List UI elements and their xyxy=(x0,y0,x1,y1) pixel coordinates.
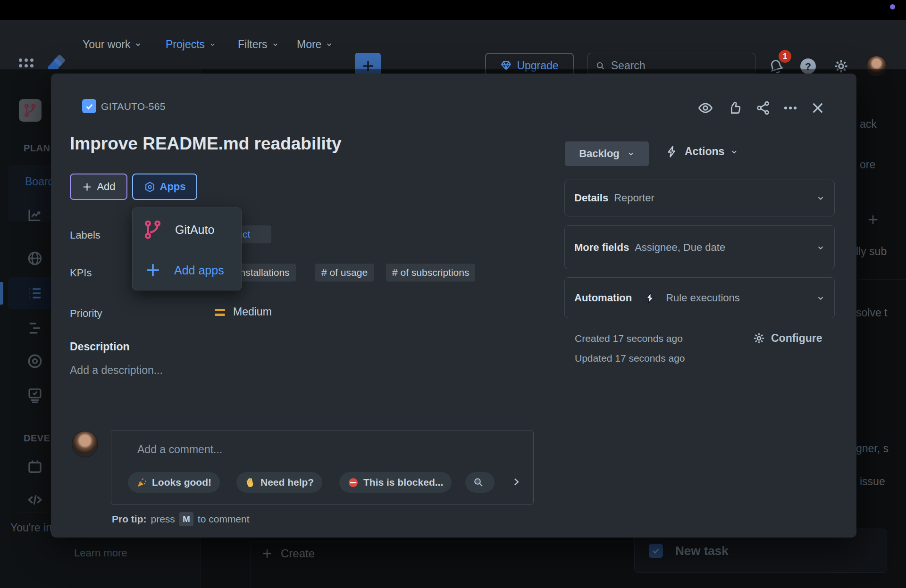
comment-placeholder[interactable]: Add a comment... xyxy=(137,443,222,456)
kpi-chip[interactable]: # of usage xyxy=(315,264,374,282)
quick-reply-label: Looks good! xyxy=(152,477,211,488)
chevron-right-icon xyxy=(511,476,522,488)
chevron-down-icon[interactable] xyxy=(816,243,825,252)
more-fields-subtitle: Assignee, Due date xyxy=(635,241,725,254)
pro-tip: Pro tip: press M to comment xyxy=(112,512,250,526)
automation-title: Automation xyxy=(574,292,632,304)
nav-projects[interactable]: Projects xyxy=(166,20,216,69)
issue-type-checkbox-icon[interactable] xyxy=(82,99,96,113)
party-popper-icon xyxy=(136,477,147,488)
apps-button[interactable]: Apps xyxy=(132,174,197,200)
watch-eye-icon[interactable] xyxy=(696,99,714,117)
chevron-down-icon[interactable] xyxy=(816,294,825,302)
nav-your-work-label: Your work xyxy=(83,38,130,51)
top-strip xyxy=(0,0,906,20)
quick-reply-scroll-right[interactable] xyxy=(511,476,522,488)
menu-item-add-apps-label: Add apps xyxy=(174,264,224,277)
automation-panel[interactable]: Automation Rule executions xyxy=(564,277,835,318)
quick-reply-blocked[interactable]: This is blocked... xyxy=(339,472,452,493)
description-heading: Description xyxy=(70,340,130,353)
priority-medium-icon xyxy=(215,309,225,316)
nav-filters-label: Filters xyxy=(238,38,268,51)
details-panel[interactable]: Details Reporter xyxy=(564,180,835,216)
plus-icon xyxy=(144,261,162,279)
actions-button[interactable]: Actions xyxy=(666,145,738,158)
share-icon[interactable] xyxy=(754,99,772,117)
issue-title[interactable]: Improve README.md readability xyxy=(70,134,342,154)
kpis-field-label: KPIs xyxy=(70,267,92,279)
issue-modal: GITAUTO-565 Improve README.md r xyxy=(51,74,856,538)
updated-timestamp: Updated 17 seconds ago xyxy=(575,353,685,364)
status-label: Backlog xyxy=(579,148,620,160)
nav-your-work[interactable]: Your work xyxy=(83,20,142,69)
waving-hand-icon xyxy=(245,477,256,488)
priority-value[interactable]: Medium xyxy=(233,306,272,318)
chevron-down-icon xyxy=(134,41,142,48)
issue-key[interactable]: GITAUTO-565 xyxy=(101,101,166,112)
configure-button[interactable]: Configure xyxy=(753,332,822,345)
lightning-icon xyxy=(666,145,679,158)
description-placeholder[interactable]: Add a description... xyxy=(70,364,163,377)
automation-subtitle: Rule executions xyxy=(666,292,740,304)
nav-more[interactable]: More xyxy=(297,20,333,69)
more-fields-title: More fields xyxy=(574,241,629,254)
quick-reply-search[interactable] xyxy=(465,472,495,493)
more-fields-panel[interactable]: More fields Assignee, Due date xyxy=(564,225,835,269)
menu-item-gitauto-label: GitAuto xyxy=(175,223,214,237)
top-nav: Your work Projects Filters More Upgrade xyxy=(0,20,906,69)
automation-bolt-icon xyxy=(644,292,656,304)
chevron-down-icon[interactable] xyxy=(816,194,825,202)
quick-reply-label: This is blocked... xyxy=(363,477,443,488)
chevron-down-icon xyxy=(627,150,635,157)
recording-dot-icon xyxy=(890,4,895,9)
no-entry-icon xyxy=(348,477,359,488)
created-timestamp: Created 17 seconds ago xyxy=(575,333,683,344)
pro-tip-label: Pro tip: xyxy=(112,513,147,525)
git-branch-icon xyxy=(143,220,163,240)
nav-projects-label: Projects xyxy=(166,38,205,51)
menu-item-gitauto[interactable]: GitAuto xyxy=(133,210,241,249)
actions-label: Actions xyxy=(685,145,724,158)
kpi-chip[interactable]: # of subscriptions xyxy=(386,264,475,282)
gear-icon xyxy=(753,332,765,345)
add-button-label: Add xyxy=(97,181,115,193)
magnifier-icon xyxy=(473,477,484,488)
configure-label: Configure xyxy=(771,332,822,345)
comment-avatar xyxy=(72,431,98,457)
pro-tip-suffix: to comment xyxy=(198,513,250,525)
screen: Your work Projects Filters More Upgrade xyxy=(0,0,906,588)
quick-reply-label: Need help? xyxy=(260,477,314,488)
close-icon[interactable] xyxy=(809,99,827,117)
keyboard-key-m: M xyxy=(179,512,193,526)
thumbs-up-icon[interactable] xyxy=(726,99,744,117)
chevron-down-icon xyxy=(272,41,279,48)
comment-box[interactable]: Add a comment... Looks good! xyxy=(111,431,534,505)
quick-reply-need-help[interactable]: Need help? xyxy=(236,472,322,493)
notification-badge: 1 xyxy=(779,50,791,63)
quick-reply-looks-good[interactable]: Looks good! xyxy=(128,472,220,493)
add-button[interactable]: Add xyxy=(70,174,127,200)
details-title: Details xyxy=(574,192,608,204)
chevron-down-icon xyxy=(209,41,216,48)
menu-item-add-apps[interactable]: Add apps xyxy=(133,250,241,290)
nav-more-label: More xyxy=(297,38,321,51)
apps-button-label: Apps xyxy=(160,181,186,193)
nav-filters[interactable]: Filters xyxy=(238,20,279,69)
apps-dropdown-menu: GitAuto Add apps xyxy=(132,207,242,290)
check-icon xyxy=(85,102,94,111)
plus-icon xyxy=(82,182,92,192)
pro-tip-press: press xyxy=(151,513,175,525)
chevron-down-icon xyxy=(730,148,738,156)
apps-hexagon-icon xyxy=(144,181,156,193)
chevron-down-icon xyxy=(326,41,333,48)
more-actions-icon[interactable] xyxy=(781,99,799,117)
labels-field-label: Labels xyxy=(70,229,101,241)
status-button[interactable]: Backlog xyxy=(565,141,649,166)
details-subtitle: Reporter xyxy=(614,192,654,204)
priority-field-label: Priority xyxy=(70,307,102,320)
